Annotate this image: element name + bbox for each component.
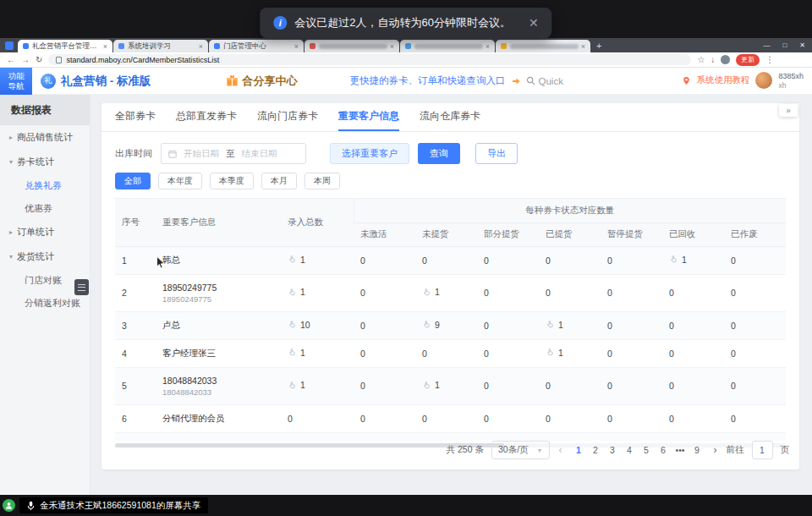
page-number[interactable]: 4 — [623, 445, 637, 455]
content-tab[interactable]: 重要客户信息 — [338, 103, 399, 131]
workspace-icon[interactable] — [5, 41, 14, 50]
count-with-icon[interactable]: 9 — [422, 320, 440, 330]
count-with-icon[interactable]: 1 — [422, 380, 440, 390]
browser-tab[interactable]: 礼盒营销平台管理中心× — [18, 40, 112, 52]
sidebar-group-item[interactable]: ▸订单统计 — [0, 220, 90, 244]
count-with-icon[interactable]: 10 — [288, 320, 310, 330]
hand-pointer-icon[interactable] — [288, 381, 297, 390]
date-range-picker[interactable]: 开始日期 至 结束日期 — [161, 143, 306, 164]
user-avatar[interactable] — [755, 72, 772, 89]
window-maximize-button[interactable]: □ — [782, 41, 787, 49]
customer-name[interactable]: 分销代理的会员 — [162, 413, 274, 425]
count-cell: 0 — [477, 432, 539, 441]
hand-pointer-icon[interactable] — [422, 320, 431, 329]
tab-close-icon[interactable]: × — [103, 42, 107, 51]
tutorial-link[interactable]: 系统使用教程 — [696, 74, 749, 86]
sidebar-group-item[interactable]: ▾券卡统计 — [0, 150, 90, 174]
menu-kebab-icon[interactable]: ⋮ — [765, 55, 774, 64]
sidebar-group-item[interactable]: ▸商品销售统计 — [0, 125, 90, 150]
sidebar-item[interactable]: 兑换礼券 — [0, 174, 90, 197]
quick-entry-link[interactable]: 更快捷的券卡、订单和快递查询入口 — [350, 74, 506, 87]
customer-name[interactable]: 客户经理张三 — [162, 348, 274, 360]
hand-pointer-icon[interactable] — [288, 288, 297, 297]
hand-pointer-icon[interactable] — [546, 320, 555, 329]
quick-filter-chip[interactable]: 本季度 — [210, 173, 254, 189]
sidebar-item[interactable]: 分销返利对账 — [0, 292, 90, 315]
count-with-icon[interactable]: 1 — [669, 255, 687, 265]
hand-pointer-icon[interactable] — [288, 320, 297, 329]
export-button[interactable]: 导出 — [475, 143, 518, 164]
count-with-icon[interactable]: 1 — [422, 287, 440, 297]
page-number[interactable]: 2 — [589, 445, 603, 455]
status-column-header: 已作废 — [724, 222, 786, 246]
quick-filter-chip[interactable]: 本周 — [304, 173, 340, 189]
browser-tab[interactable]: 门店管理中心× — [209, 40, 304, 52]
page-number[interactable]: ••• — [673, 445, 688, 455]
sidebar-item[interactable]: 优惠券 — [0, 197, 90, 220]
new-tab-icon[interactable]: + — [596, 41, 601, 51]
count-with-icon[interactable]: 1 — [288, 348, 305, 358]
hand-pointer-icon[interactable] — [288, 348, 297, 357]
tab-close-icon[interactable]: × — [581, 42, 585, 51]
browser-profile-avatar[interactable] — [721, 55, 730, 64]
next-page-icon[interactable]: › — [712, 444, 719, 456]
tab-close-icon[interactable]: × — [199, 42, 203, 51]
quick-filter-chip[interactable]: 本年度 — [158, 173, 202, 189]
customer-name[interactable]: 韩总 — [162, 255, 274, 266]
customer-name[interactable]: 卢总 — [162, 320, 274, 332]
customer-name[interactable]: 18950249775 — [162, 283, 274, 293]
hand-pointer-icon[interactable] — [669, 255, 678, 264]
page-size-select[interactable]: 30条/页 ▼ — [491, 441, 550, 459]
quick-search[interactable]: Quick — [526, 76, 563, 86]
goto-page-input[interactable] — [752, 441, 773, 459]
window-minimize-button[interactable]: — — [763, 41, 770, 49]
browser-tab[interactable]: × — [400, 40, 495, 52]
bookmark-star-icon[interactable]: ☆ — [697, 55, 705, 64]
hand-pointer-icon[interactable] — [422, 381, 431, 390]
count-value: 0 — [607, 255, 612, 266]
count-with-icon[interactable]: 1 — [288, 380, 305, 390]
browser-update-button[interactable]: 更新 — [736, 54, 760, 66]
url-box[interactable]: standard.maboy.cn/CardMemberStatisticsLi… — [48, 54, 691, 65]
quick-filter-chip[interactable]: 全部 — [115, 173, 151, 189]
back-icon[interactable]: ← — [7, 55, 15, 64]
page-number[interactable]: 9 — [690, 445, 705, 455]
content-tab[interactable]: 总部直发券卡 — [176, 103, 237, 131]
content-tab[interactable]: 流向门店券卡 — [257, 103, 318, 131]
page-number[interactable]: 5 — [639, 445, 654, 455]
sidebar-group-item[interactable]: ▾发货统计 — [0, 244, 90, 269]
refresh-icon[interactable]: ↻ — [36, 55, 42, 64]
toast-close-icon[interactable]: ✕ — [529, 16, 539, 30]
count-with-icon[interactable]: 1 — [546, 320, 563, 330]
customer-cell: 1804884203318048842033 — [156, 367, 281, 404]
tab-close-icon[interactable]: × — [390, 42, 394, 51]
select-customer-button[interactable]: 选择重要客户 — [330, 143, 409, 164]
search-button[interactable]: 查询 — [418, 143, 460, 164]
function-nav-toggle[interactable]: 功能 导航 — [0, 68, 32, 95]
content-tab[interactable]: 全部券卡 — [115, 103, 156, 131]
hand-pointer-icon[interactable] — [288, 255, 297, 264]
content-tab[interactable]: 流向仓库券卡 — [420, 103, 480, 131]
collapse-panel-button[interactable]: » — [779, 104, 798, 117]
hand-pointer-icon[interactable] — [422, 288, 431, 297]
share-center-link[interactable]: 合分享中心 — [226, 74, 298, 89]
downloads-icon[interactable]: ↓ — [710, 55, 715, 64]
window-close-button[interactable]: ✕ — [799, 41, 805, 49]
forward-icon[interactable]: → — [21, 55, 30, 64]
customer-name[interactable]: 18048842033 — [162, 376, 274, 386]
tab-close-icon[interactable]: × — [294, 42, 299, 51]
browser-tab[interactable]: × — [496, 40, 590, 52]
browser-tab[interactable]: × — [304, 40, 399, 52]
count-with-icon[interactable]: 1 — [546, 348, 563, 358]
page-number[interactable]: 3 — [606, 445, 620, 455]
browser-tab[interactable]: 系统培训学习× — [113, 40, 208, 52]
prev-page-icon[interactable]: ‹ — [557, 444, 564, 456]
quick-filter-chip[interactable]: 本月 — [261, 173, 297, 189]
hand-pointer-icon[interactable] — [546, 348, 555, 357]
page-number[interactable]: 1 — [572, 445, 586, 455]
sidebar-collapse-handle[interactable] — [74, 279, 89, 295]
tab-close-icon[interactable]: × — [486, 42, 490, 51]
count-with-icon[interactable]: 1 — [288, 287, 305, 297]
count-with-icon[interactable]: 1 — [288, 255, 305, 265]
page-number[interactable]: 6 — [656, 445, 671, 455]
